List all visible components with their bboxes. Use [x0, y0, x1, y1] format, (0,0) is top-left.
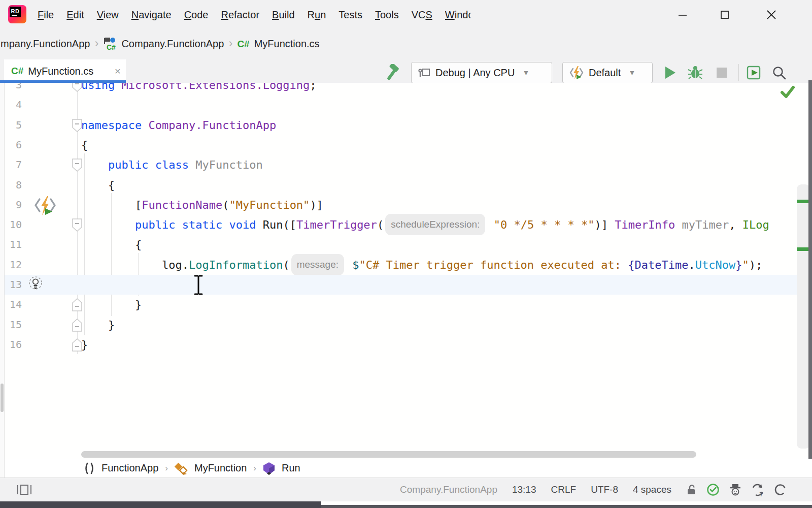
inspections-ok-icon[interactable]: [706, 483, 720, 496]
debug-button[interactable]: [685, 62, 705, 83]
menu-item-tests[interactable]: Tests: [339, 9, 362, 21]
status-caret-position[interactable]: 13:13: [512, 484, 536, 495]
code-text[interactable]: {: [81, 235, 142, 255]
breadcrumb-item-myfunction[interactable]: MyFunction: [194, 462, 247, 474]
menu-item-build[interactable]: Build: [272, 9, 294, 21]
azure-functions-icon: [569, 66, 584, 80]
fold-marker[interactable]: [72, 119, 82, 134]
menu-item-run[interactable]: Run: [308, 9, 326, 21]
breadcrumb-item-run[interactable]: Run: [282, 462, 300, 474]
code-line[interactable]: 3 using Microsoft.Extensions.Logging;: [5, 83, 812, 95]
fold-marker[interactable]: [72, 158, 82, 174]
code-text[interactable]: }: [81, 315, 115, 335]
line-number: 12: [5, 255, 22, 275]
code-text[interactable]: public static void Run([TimerTrigger(sch…: [81, 215, 769, 236]
search-everywhere-button[interactable]: [769, 62, 789, 83]
status-project-name[interactable]: Company.FunctionApp: [400, 484, 497, 495]
status-line-ending[interactable]: CRLF: [551, 484, 577, 495]
breadcrumb-file[interactable]: MyFunction.cs: [254, 38, 320, 50]
fold-marker-icon[interactable]: [72, 119, 82, 132]
code-line-current[interactable]: 13: [5, 275, 812, 295]
code-line[interactable]: 16 }: [5, 335, 812, 355]
code-editor[interactable]: 3 using Microsoft.Extensions.Logging;45 …: [5, 83, 812, 459]
horizontal-scrollbar[interactable]: [81, 451, 696, 458]
run-dashboard-button[interactable]: [743, 62, 764, 83]
code-text[interactable]: }: [81, 335, 88, 355]
code-text[interactable]: {: [81, 175, 115, 195]
intention-bulb-icon[interactable]: [28, 276, 44, 294]
fold-marker[interactable]: [72, 298, 82, 313]
left-stripe-handle[interactable]: [1, 384, 4, 412]
run-profile-select[interactable]: Default ▼: [562, 62, 653, 83]
menu-item-code[interactable]: Code: [184, 9, 209, 21]
fold-marker[interactable]: [72, 338, 82, 354]
method-icon: [263, 462, 275, 475]
tool-window-switcher-button[interactable]: [16, 484, 32, 498]
run-config-icon: [418, 67, 431, 79]
breadcrumb-solution[interactable]: mpany.FunctionApp: [1, 38, 90, 50]
code-text[interactable]: using Microsoft.Extensions.Logging;: [81, 83, 317, 95]
code-line[interactable]: 10 public static void Run([TimerTrigger(…: [5, 215, 812, 235]
csharp-file-icon: C#: [11, 66, 23, 77]
close-button[interactable]: [760, 0, 783, 29]
fold-marker-icon[interactable]: [72, 338, 82, 352]
code-text[interactable]: log.LogInformation(message: $"C# Timer t…: [81, 255, 762, 276]
play-icon: [663, 66, 676, 80]
status-indent[interactable]: 4 spaces: [633, 484, 671, 495]
fold-marker-icon[interactable]: [72, 218, 82, 232]
settings-question-icon[interactable]: ?: [751, 483, 764, 496]
stop-button[interactable]: [712, 62, 732, 83]
tab-close-icon[interactable]: ×: [115, 65, 121, 77]
line-number: 5: [5, 115, 22, 135]
fold-marker-icon[interactable]: [72, 298, 82, 311]
run-configuration-select[interactable]: Debug | Any CPU ▼: [411, 62, 552, 83]
fold-marker[interactable]: [72, 83, 82, 94]
code-line[interactable]: 6{: [5, 135, 812, 155]
menu-item-window[interactable]: Window: [445, 9, 470, 21]
status-encoding[interactable]: UTF-8: [591, 484, 618, 495]
code-text[interactable]: public class MyFunction: [81, 155, 263, 175]
breadcrumb-project[interactable]: Company.FunctionApp: [121, 38, 224, 50]
fold-marker-icon[interactable]: [72, 319, 82, 332]
menu-item-file[interactable]: File: [38, 9, 54, 21]
code-text[interactable]: }: [81, 295, 142, 314]
menu-item-navigate[interactable]: Navigate: [131, 9, 172, 21]
notification-circle-icon[interactable]: [774, 483, 787, 496]
code-text[interactable]: namespace Company.FunctionApp: [81, 115, 276, 135]
intention-bulb[interactable]: [28, 276, 44, 296]
menu-item-tools[interactable]: Tools: [375, 9, 399, 21]
breadcrumb: mpany.FunctionApp › C# Company.FunctionA…: [0, 29, 320, 58]
code-text[interactable]: {: [81, 135, 88, 155]
azure-function-run-icon[interactable]: [33, 196, 58, 216]
hector-inspector-icon[interactable]: [729, 483, 741, 496]
menu-item-edit[interactable]: Edit: [66, 9, 84, 21]
unlocked-lock-icon[interactable]: [686, 484, 697, 496]
code-line[interactable]: 5 namespace Company.FunctionApp: [5, 115, 812, 135]
inspection-ok-checkmark-icon[interactable]: [780, 85, 796, 101]
breadcrumb-item-functionapp[interactable]: FunctionApp: [101, 462, 158, 474]
run-button[interactable]: [660, 62, 680, 83]
menu-item-vcs[interactable]: VCS: [412, 9, 432, 21]
code-line[interactable]: 7 public class MyFunction: [5, 155, 812, 175]
code-line[interactable]: 12 log.LogInformation(message: $"C# Time…: [5, 255, 812, 275]
status-bar: Company.FunctionApp 13:13 CRLF UTF-8 4 s…: [0, 478, 812, 501]
code-line[interactable]: 11 {: [5, 235, 812, 255]
code-line[interactable]: 9 [FunctionName("MyFunction")]: [5, 195, 812, 215]
fold-marker[interactable]: [72, 218, 82, 234]
method-icon: [263, 462, 275, 475]
tab-myfunction[interactable]: C# MyFunction.cs ×: [4, 59, 126, 83]
fold-marker[interactable]: [72, 319, 82, 334]
fold-marker-icon[interactable]: [72, 158, 82, 172]
code-line[interactable]: 14 }: [5, 295, 812, 314]
code-line[interactable]: 15 }: [5, 315, 812, 335]
code-text[interactable]: [FunctionName("MyFunction")]: [81, 195, 323, 215]
menu-item-refactor[interactable]: Refactor: [221, 9, 259, 21]
code-line[interactable]: 8 {: [5, 175, 812, 195]
minimize-button[interactable]: [671, 0, 694, 29]
line-number: 14: [5, 295, 22, 314]
fold-marker-icon[interactable]: [72, 83, 82, 92]
maximize-button[interactable]: [713, 0, 736, 29]
build-hammer-button[interactable]: [384, 64, 402, 84]
menu-item-view[interactable]: View: [97, 9, 119, 21]
code-line[interactable]: 4: [5, 95, 812, 115]
